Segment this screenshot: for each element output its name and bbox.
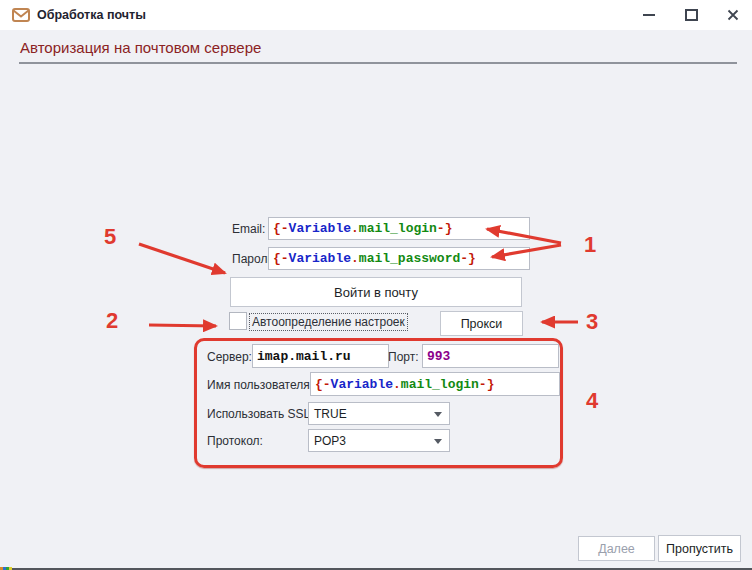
annotation-number-4: 4: [586, 390, 598, 412]
protocol-dropdown-value: POP3: [314, 434, 346, 448]
annotation-number-2: 2: [106, 310, 118, 332]
protocol-label: Протокол:: [207, 434, 263, 448]
annotation-number-3: 3: [586, 311, 598, 333]
skip-button[interactable]: Пропустить: [658, 535, 741, 562]
chevron-down-icon: [434, 439, 442, 444]
minimize-button[interactable]: [634, 0, 664, 30]
port-label: Порт:: [388, 350, 419, 364]
title-bar: Обработка почты: [0, 0, 752, 30]
minimize-icon: [643, 14, 655, 16]
annotation-number-1: 1: [584, 234, 596, 256]
server-input[interactable]: imap.mail.ru: [252, 344, 389, 368]
password-input[interactable]: {-Variable.mail_password-}: [268, 247, 530, 270]
email-input[interactable]: {-Variable.mail_login-}: [268, 217, 530, 240]
page-title: Авторизация на почтовом сервере: [20, 39, 261, 56]
proxy-button[interactable]: Прокси: [440, 311, 523, 336]
maximize-icon: [685, 9, 698, 21]
ssl-label: Использовать SSL:: [207, 407, 314, 421]
annotation-number-5: 5: [104, 226, 116, 248]
autodetect-label[interactable]: Автоопределение настроек: [249, 313, 408, 331]
envelope-icon: [12, 8, 30, 22]
ssl-dropdown[interactable]: TRUE: [308, 402, 450, 425]
close-icon: [727, 9, 739, 21]
login-mail-button[interactable]: Войти в почту: [230, 277, 522, 307]
protocol-dropdown[interactable]: POP3: [308, 429, 450, 452]
next-button[interactable]: Далее: [578, 536, 655, 561]
username-input[interactable]: {-Variable.mail_login-}: [310, 372, 560, 396]
email-label: Email:: [232, 222, 265, 236]
window-title: Обработка почты: [37, 8, 146, 22]
close-button[interactable]: [718, 0, 748, 30]
mail-processing-window: Обработка почты Авторизация на почтовом …: [0, 0, 752, 570]
maximize-button[interactable]: [676, 0, 706, 30]
autodetect-checkbox[interactable]: [229, 312, 247, 330]
heading-divider: [19, 62, 737, 64]
arrow-5: [139, 244, 225, 273]
ssl-dropdown-value: TRUE: [314, 407, 347, 421]
username-label: Имя пользователя:: [207, 378, 313, 392]
server-label: Сервер:: [207, 350, 252, 364]
arrow-2: [149, 325, 216, 326]
port-input[interactable]: 993: [422, 344, 559, 368]
chevron-down-icon: [434, 412, 442, 417]
